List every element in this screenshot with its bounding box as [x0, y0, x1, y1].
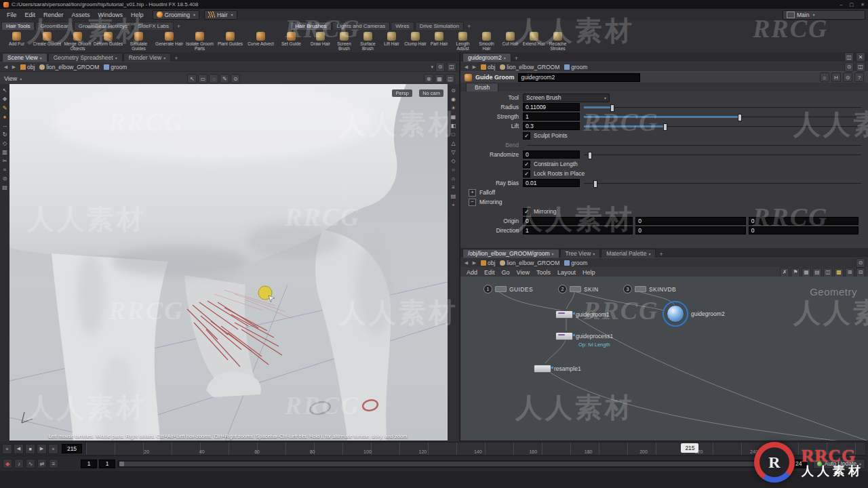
list-view-icon[interactable]: ▤ — [812, 268, 822, 277]
home-view-icon[interactable]: ⌂ — [450, 176, 457, 182]
menu-item[interactable]: Windows — [94, 11, 127, 19]
points-icon[interactable]: ▽ — [450, 149, 457, 156]
frame-step-field[interactable]: 1 — [99, 460, 115, 468]
direction-x-field[interactable]: 1 — [523, 226, 633, 235]
node-skin[interactable]: 2 SKIN — [558, 285, 598, 293]
shelf-tool[interactable]: Clump Hair — [403, 31, 427, 51]
radius-slider[interactable] — [584, 104, 861, 111]
maximize-button[interactable]: ▢ — [850, 2, 854, 7]
breadcrumb-object[interactable]: lion_elbow_GROOM — [38, 64, 100, 70]
shelf-tool[interactable]: Add Fur — [1, 31, 32, 51]
light-icon[interactable]: ☀ — [450, 105, 457, 112]
hand-tool-icon[interactable]: ✥ — [1, 96, 9, 103]
bounds-icon[interactable]: □ — [450, 131, 457, 138]
breadcrumb-node[interactable]: groom — [102, 64, 128, 70]
lasso-select-icon[interactable]: ◌ — [209, 74, 218, 83]
origin-z-field[interactable]: 0 — [749, 217, 859, 225]
add-pane-tab-button[interactable]: + — [512, 55, 521, 62]
back-icon[interactable]: ◀ — [463, 260, 469, 266]
shelf-tab[interactable]: GroomBear Hotkeys — [74, 22, 132, 30]
network-menu-item[interactable]: Help — [579, 268, 599, 277]
float-pane-icon[interactable]: ◫ — [844, 52, 854, 62]
shelf-tool[interactable]: Set Guide — [276, 31, 307, 51]
menu-item[interactable]: Render — [39, 11, 68, 19]
shelf-tool[interactable]: Surface Brush — [356, 31, 380, 51]
node-guideprocess1[interactable]: guideprocess1 Op: fvl Length — [555, 332, 613, 340]
desktop-select[interactable]: Main — [783, 10, 865, 20]
menu-item[interactable]: Edit — [21, 11, 40, 19]
shelf-tool[interactable]: Lift Hair — [380, 31, 403, 51]
add-note-icon[interactable]: ⊞ — [845, 268, 854, 277]
node-resample1[interactable]: resample1 — [534, 365, 581, 373]
brush-select-icon[interactable]: ✎ — [220, 74, 229, 83]
box-select-icon[interactable]: ▭ — [198, 74, 208, 83]
viewport-canvas[interactable]: Persp No cam Left mouse tumbles. Middle … — [9, 84, 448, 441]
audio-icon[interactable]: ♪ — [14, 459, 24, 468]
next-frame-button[interactable]: » — [48, 444, 58, 454]
houdini-help-icon[interactable]: H — [831, 73, 841, 82]
lock-icon[interactable]: ⊙ — [843, 73, 852, 82]
path-dropdown-icon[interactable]: ▾ — [431, 64, 433, 70]
lift-field[interactable]: 0.3 — [523, 122, 580, 130]
close-pane-icon[interactable]: ✕ — [856, 52, 865, 62]
wireframe-icon[interactable]: ◧ — [450, 123, 457, 129]
tab-parameters[interactable]: guidegroom2 — [462, 53, 511, 62]
shelf-tab[interactable]: SideFX Labs — [133, 22, 174, 30]
disconnect-icon[interactable]: ✗ — [780, 268, 789, 277]
target-tool-icon[interactable]: ⊙ — [1, 176, 9, 182]
tab-scene-view[interactable]: Scene View — [2, 53, 47, 62]
node-guidegroom2-selected[interactable]: guidegroom2 — [663, 301, 725, 327]
origin-y-field[interactable]: 0 — [635, 217, 745, 225]
select-mode-icon[interactable]: ↖ — [187, 74, 197, 83]
breadcrumb-node[interactable]: groom — [563, 64, 589, 70]
shelf-tool[interactable]: Plant Guides — [215, 31, 245, 51]
help-icon[interactable]: ? — [854, 73, 864, 82]
shelf-tool[interactable]: Recache Strokes — [546, 31, 570, 51]
shelf-tool[interactable]: Screen Brush — [332, 31, 356, 51]
move-tool-icon[interactable]: ↔ — [1, 123, 9, 129]
shelf-tool[interactable]: Cut Hair — [498, 31, 522, 51]
options-icon[interactable]: ≡ — [450, 184, 457, 191]
shelf-tool[interactable]: Draw Hair — [309, 31, 332, 51]
add-pane-tab-button[interactable]: + — [172, 55, 180, 62]
node-guidegroom1[interactable]: guidegroom1 — [555, 310, 610, 319]
persp-view-badge[interactable]: Persp — [392, 89, 412, 97]
node-guides[interactable]: 1 GUIDES — [484, 285, 533, 293]
shelf-tool[interactable]: Length Adjust — [451, 31, 475, 51]
grooming-select[interactable]: Grooming — [153, 10, 199, 20]
add-pane-tab-button[interactable]: + — [656, 251, 665, 258]
split-view-icon[interactable]: ◫ — [823, 268, 833, 277]
zoom-fit-icon[interactable]: ⊟ — [856, 268, 865, 277]
normals-icon[interactable]: △ — [450, 140, 457, 147]
hair-select[interactable]: Hair — [204, 10, 237, 20]
float-pane-icon[interactable]: ◫ — [856, 62, 865, 72]
range-end-handle[interactable] — [760, 462, 764, 466]
direction-z-field[interactable]: 0 — [749, 226, 859, 235]
view-menu[interactable]: View — [4, 75, 17, 82]
layout-icon[interactable]: ◫ — [446, 74, 455, 83]
strength-field[interactable]: 1 — [523, 113, 580, 121]
go-to-start-button[interactable]: « — [2, 444, 12, 454]
breadcrumb-root[interactable]: obj — [19, 64, 36, 70]
mirror-tool-icon[interactable]: ▥ — [1, 149, 9, 156]
snap-icon[interactable]: ⊕ — [424, 74, 433, 83]
mirroring-checkbox[interactable]: ✓ — [523, 208, 530, 216]
node-skinvdb[interactable]: 3 SKINVDB — [623, 285, 676, 293]
collapse-icon[interactable]: − — [469, 199, 476, 206]
prev-frame-button[interactable]: ◀ — [14, 444, 24, 454]
network-canvas[interactable]: Geometry 1 GUIDES 2 SKIN 3 SKINVDB — [460, 277, 868, 441]
fps-field[interactable]: 24 — [791, 460, 807, 468]
lift-slider[interactable] — [584, 123, 861, 130]
camera-badge[interactable]: No cam — [419, 89, 443, 97]
shelf-tab[interactable]: Drive Simulation — [415, 22, 464, 30]
network-menu-item[interactable]: View — [513, 268, 533, 277]
range-end-field[interactable]: 240 — [768, 460, 789, 468]
pin-icon[interactable]: ⊙ — [435, 62, 445, 72]
menu-item[interactable]: Help — [127, 11, 148, 19]
breadcrumb-object[interactable]: lion_elbow_GROOM — [498, 64, 561, 70]
network-menu-item[interactable]: Go — [498, 268, 513, 277]
groom-dot-tool-icon[interactable]: ● — [1, 114, 9, 121]
range-start-handle[interactable] — [119, 462, 124, 466]
mirroring-section[interactable]: − Mirroring — [460, 197, 861, 207]
breadcrumb-root[interactable]: obj — [479, 64, 496, 70]
